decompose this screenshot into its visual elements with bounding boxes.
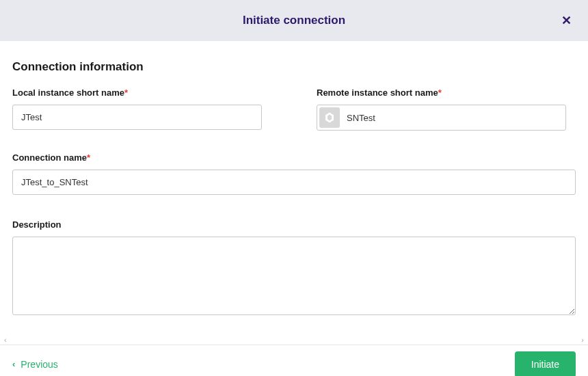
description-input[interactable]	[12, 237, 576, 315]
description-label: Description	[12, 219, 576, 230]
dialog-title: Initiate connection	[243, 14, 345, 27]
required-marker: *	[438, 88, 442, 98]
content-area: Connection information Local instance sh…	[0, 41, 588, 335]
required-marker: *	[87, 152, 90, 163]
remote-instance-label-text: Remote instance short name	[317, 88, 438, 98]
connection-name-label-text: Connection name	[12, 152, 87, 163]
local-instance-group: Local instance short name*	[12, 88, 262, 131]
local-instance-input[interactable]	[12, 105, 262, 130]
close-icon[interactable]: ✕	[561, 13, 572, 28]
dialog-header: Initiate connection ✕	[0, 0, 588, 41]
remote-instance-value: SNTest	[347, 109, 375, 127]
remote-instance-label: Remote instance short name*	[317, 88, 566, 98]
description-group: Description	[12, 219, 576, 315]
local-instance-label-text: Local instance short name	[12, 88, 124, 98]
connection-name-group: Connection name*	[12, 152, 576, 195]
previous-button-label: Previous	[21, 359, 57, 370]
remote-app-icon	[319, 107, 340, 128]
previous-button[interactable]: ‹ Previous	[12, 359, 58, 370]
scroll-right-arrow: ›	[581, 336, 584, 344]
remote-instance-group: Remote instance short name* SNTest	[317, 88, 566, 131]
initiate-button[interactable]: Initiate	[515, 351, 576, 377]
horizontal-scroll-indicator: ‹ ›	[0, 335, 588, 345]
connection-name-label: Connection name*	[12, 152, 576, 163]
section-title: Connection information	[12, 60, 576, 74]
form-row-names: Local instance short name* Remote instan…	[12, 88, 576, 131]
chevron-left-icon: ‹	[12, 359, 15, 369]
dialog-footer: ‹ Previous Initiate	[0, 345, 588, 376]
scroll-left-arrow: ‹	[4, 336, 7, 344]
required-marker: *	[124, 88, 128, 98]
connection-name-input[interactable]	[12, 170, 576, 195]
local-instance-label: Local instance short name*	[12, 88, 262, 98]
remote-instance-field[interactable]: SNTest	[317, 105, 566, 131]
